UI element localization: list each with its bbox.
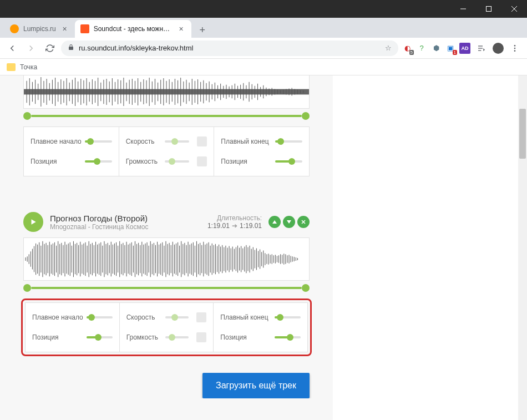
timeline-handle-left[interactable] bbox=[23, 284, 31, 292]
back-button[interactable] bbox=[4, 41, 20, 56]
bookmark-star-icon[interactable]: ☆ bbox=[385, 44, 392, 52]
page-content: Плавное начало Позиция Скорость Громкост… bbox=[0, 75, 333, 420]
lock-icon bbox=[68, 44, 74, 52]
arrow-right-icon: ➔ bbox=[232, 222, 237, 230]
duration-to: 1:19.01 bbox=[240, 222, 262, 230]
address-bar[interactable]: ru.soundcut.info/skleyka-trekov.html ☆ bbox=[61, 41, 398, 56]
browser-tab-active[interactable]: Soundcut - здесь можно обрезе × bbox=[75, 20, 191, 38]
minimize-button[interactable] bbox=[450, 0, 476, 18]
folder-icon bbox=[7, 63, 16, 71]
svg-point-9 bbox=[514, 50, 516, 52]
control-label: Плавный конец bbox=[220, 313, 270, 321]
extension-icon[interactable]: ▣1 bbox=[445, 43, 456, 54]
control-label: Плавное начало bbox=[31, 138, 80, 145]
control-label: Скорость bbox=[126, 313, 161, 321]
maximize-button[interactable] bbox=[476, 0, 501, 18]
timeline-track bbox=[31, 115, 302, 117]
control-label: Громкость bbox=[126, 333, 161, 341]
extension-icon[interactable]: AD bbox=[459, 43, 470, 54]
page-viewport: Плавное начало Позиция Скорость Громкост… bbox=[0, 75, 527, 420]
timeline-slider[interactable] bbox=[23, 113, 310, 119]
window-titlebar bbox=[0, 0, 527, 18]
svg-marker-111 bbox=[287, 220, 291, 224]
control-label: Позиция bbox=[221, 158, 271, 165]
scrollbar-thumb[interactable] bbox=[519, 109, 526, 159]
fade-out-slider[interactable] bbox=[275, 140, 302, 143]
duration-label: Длительность: bbox=[207, 214, 262, 222]
new-tab-button[interactable]: + bbox=[195, 22, 210, 38]
fade-in-slider[interactable] bbox=[87, 316, 113, 318]
control-label: Позиция bbox=[220, 333, 270, 341]
control-label: Позиция bbox=[32, 333, 82, 341]
reading-list-icon[interactable] bbox=[474, 41, 489, 56]
forward-button[interactable] bbox=[23, 41, 39, 56]
position-slider[interactable] bbox=[85, 160, 112, 163]
svg-marker-110 bbox=[272, 220, 277, 224]
tab-title: Soundcut - здесь можно обрезе bbox=[94, 25, 173, 33]
track-header: Прогноз Погоды (Второй) Mnogoznaal - Гос… bbox=[23, 212, 310, 232]
fade-in-slider[interactable] bbox=[85, 140, 112, 143]
control-label: Плавное начало bbox=[32, 313, 82, 321]
tab-close-icon[interactable]: × bbox=[177, 24, 186, 33]
favicon-icon bbox=[80, 24, 89, 33]
speed-slider[interactable] bbox=[165, 140, 190, 143]
control-label: Плавный конец bbox=[221, 138, 271, 145]
tab-strip: Lumpics.ru × Soundcut - здесь можно обре… bbox=[0, 18, 527, 38]
load-more-track-button[interactable]: Загрузить ещё трек bbox=[202, 373, 310, 398]
volume-slider[interactable] bbox=[165, 336, 189, 338]
browser-toolbar: ru.soundcut.info/skleyka-trekov.html ☆ ◐… bbox=[0, 38, 527, 59]
timeline-handle-right[interactable] bbox=[302, 284, 310, 292]
move-down-button[interactable] bbox=[283, 216, 295, 228]
extension-icon[interactable]: ◐5 bbox=[402, 43, 413, 54]
bookmark-item[interactable]: Точка bbox=[20, 63, 37, 71]
slider-checkbox[interactable] bbox=[196, 332, 206, 342]
timeline-track bbox=[31, 287, 302, 289]
svg-marker-109 bbox=[32, 219, 36, 224]
timeline-handle-left[interactable] bbox=[23, 112, 31, 120]
slider-checkbox[interactable] bbox=[196, 312, 206, 322]
waveform-display[interactable] bbox=[23, 75, 310, 109]
fade-out-slider[interactable] bbox=[275, 316, 301, 318]
control-label: Позиция bbox=[31, 158, 80, 165]
position-slider[interactable] bbox=[87, 336, 113, 338]
speed-slider[interactable] bbox=[165, 316, 189, 318]
control-label: Скорость bbox=[126, 138, 160, 145]
move-up-button[interactable] bbox=[268, 216, 281, 228]
slider-checkbox[interactable] bbox=[197, 136, 207, 146]
track-controls: Плавное начало Позиция Скорость Громкост… bbox=[23, 126, 310, 176]
position-slider[interactable] bbox=[275, 160, 302, 163]
bookmarks-bar: Точка bbox=[0, 59, 527, 75]
play-button[interactable] bbox=[23, 212, 43, 232]
timeline-handle-right[interactable] bbox=[302, 112, 310, 120]
track-controls: Плавное начало Позиция Скорость Громкост… bbox=[25, 302, 308, 352]
browser-tab[interactable]: Lumpics.ru × bbox=[4, 20, 75, 38]
position-slider[interactable] bbox=[275, 336, 301, 338]
duration-from: 1:19.01 bbox=[207, 222, 230, 230]
track-artist: Mnogoznaal - Гостиница Космос bbox=[50, 223, 201, 231]
svg-rect-1 bbox=[487, 7, 491, 12]
timeline-slider[interactable] bbox=[23, 285, 310, 291]
extension-icon[interactable]: ? bbox=[416, 43, 427, 54]
profile-avatar[interactable] bbox=[493, 43, 504, 54]
delete-track-button[interactable] bbox=[297, 216, 310, 228]
control-label: Громкость bbox=[126, 158, 160, 165]
favicon-icon bbox=[10, 24, 19, 33]
tab-title: Lumpics.ru bbox=[23, 25, 56, 33]
svg-point-8 bbox=[514, 47, 516, 49]
track-title: Прогноз Погоды (Второй) bbox=[50, 214, 201, 223]
svg-point-7 bbox=[514, 45, 516, 47]
url-text: ru.soundcut.info/skleyka-trekov.html bbox=[79, 44, 381, 52]
highlighted-controls: Плавное начало Позиция Скорость Громкост… bbox=[21, 298, 312, 356]
waveform-svg bbox=[24, 75, 309, 108]
volume-slider[interactable] bbox=[165, 160, 190, 163]
waveform-svg bbox=[24, 238, 309, 280]
extension-icon[interactable]: ⬢ bbox=[430, 43, 442, 54]
waveform-display[interactable] bbox=[23, 237, 310, 281]
menu-button[interactable] bbox=[507, 41, 523, 56]
close-button[interactable] bbox=[501, 0, 527, 18]
slider-checkbox[interactable] bbox=[197, 156, 207, 166]
reload-button[interactable] bbox=[42, 41, 58, 56]
tab-close-icon[interactable]: × bbox=[60, 24, 69, 33]
scrollbar[interactable] bbox=[518, 75, 527, 420]
